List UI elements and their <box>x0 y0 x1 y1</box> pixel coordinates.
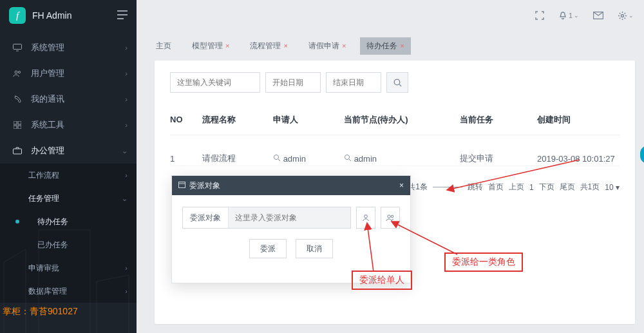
pager-last[interactable]: 尾页 <box>560 182 575 193</box>
svg-rect-15 <box>179 182 185 188</box>
menu-toggle-icon[interactable] <box>117 10 128 21</box>
pager-pages: 共1页 <box>580 182 600 193</box>
users-icon <box>385 213 395 222</box>
col-no: NO <box>170 115 202 124</box>
svg-point-2 <box>18 71 20 73</box>
close-icon[interactable]: × <box>342 42 346 50</box>
sidebar-item-office[interactable]: 办公管理 ⌄ <box>0 138 137 164</box>
svg-rect-5 <box>14 126 17 129</box>
pager-prev[interactable]: 上页 <box>509 182 524 193</box>
mail-icon[interactable] <box>593 12 603 19</box>
svg-rect-7 <box>14 149 22 154</box>
search-button[interactable] <box>386 72 408 93</box>
svg-point-12 <box>274 155 278 159</box>
user-icon <box>361 213 370 222</box>
bell-icon[interactable]: 1 ⌄ <box>558 11 579 20</box>
modal-actions: 委派 取消 <box>182 229 400 271</box>
sidebar-item-label: 工作流程 <box>28 170 59 181</box>
chevron-right-icon: › <box>125 171 128 179</box>
table-row: 1 请假流程 admin admin 提交申请 2019-03-08 10:01… <box>170 135 620 166</box>
pager-next[interactable]: 下页 <box>539 182 554 193</box>
chevron-down-icon: ⌄ <box>574 12 579 19</box>
brand-bar: f FH Admin <box>0 0 137 31</box>
sidebar-item-label: 用户管理 <box>31 68 64 79</box>
col-node: 当前节点(待办人) <box>344 114 460 126</box>
sidebar-item-label: 任务管理 <box>28 193 59 204</box>
sidebar-item-contacts[interactable]: 我的通讯 › <box>0 86 137 112</box>
svg-point-1 <box>15 71 17 73</box>
tab-process[interactable]: 流程管理× <box>243 37 294 55</box>
tab-label: 模型管理 <box>192 41 223 50</box>
svg-point-8 <box>62 221 67 226</box>
grid-icon <box>12 121 23 129</box>
sidebar-item-users[interactable]: 用户管理 › <box>0 61 137 86</box>
svg-rect-6 <box>18 126 21 129</box>
chevron-right-icon: › <box>125 121 128 129</box>
fullscreen-icon[interactable] <box>535 11 544 20</box>
chevron-down-icon: ⌄ <box>122 147 128 155</box>
tab-label: 流程管理 <box>250 41 281 50</box>
svg-point-17 <box>388 215 390 218</box>
sidebar: f FH Admin 系统管理 › 用户管理 › 我的通讯 › 系统工具 › <box>0 0 137 333</box>
close-icon[interactable]: × <box>399 181 404 190</box>
modal-title: 委派对象 <box>189 180 220 191</box>
pager-jump[interactable]: 跳转 <box>468 182 483 193</box>
brand-title: FH Admin <box>32 10 71 21</box>
start-date-input[interactable] <box>265 72 321 93</box>
end-date-input[interactable] <box>326 72 381 93</box>
sidebar-item-workflow[interactable]: 工作流程 › <box>0 164 137 187</box>
chevron-right-icon: › <box>125 70 128 77</box>
close-icon[interactable]: × <box>400 42 404 50</box>
pager-jump-input[interactable] <box>433 187 462 187</box>
sidebar-item-tools[interactable]: 系统工具 › <box>0 112 137 138</box>
brand-logo: f <box>9 7 26 24</box>
pick-user-button[interactable] <box>356 207 375 229</box>
col-applicant: 申请人 <box>273 114 344 126</box>
cell-flow: 请假流程 <box>202 153 273 164</box>
search-icon <box>344 154 352 162</box>
tab-model[interactable]: 模型管理× <box>185 37 236 55</box>
svg-point-13 <box>345 155 349 159</box>
delegate-input-group: 委派对象 <box>182 207 351 229</box>
modal-header[interactable]: 委派对象 × <box>172 176 410 195</box>
delegate-field-label: 委派对象 <box>183 213 228 224</box>
filters <box>155 61 635 98</box>
tab-todo[interactable]: 待办任务× <box>360 37 410 55</box>
pager: 共1条 跳转 首页 上页 1 下页 尾页 共1页 10 ▾ <box>408 182 620 193</box>
tab-label: 主页 <box>156 41 171 50</box>
monitor-icon <box>12 44 23 52</box>
tab-home[interactable]: 主页 <box>149 37 178 55</box>
svg-rect-0 <box>14 44 22 50</box>
cell-no: 1 <box>170 154 202 164</box>
delegate-confirm-button[interactable]: 委派 <box>249 239 287 258</box>
chevron-right-icon: › <box>125 95 128 103</box>
users-icon <box>12 70 23 77</box>
sidebar-item-system[interactable]: 系统管理 › <box>0 35 137 61</box>
delegate-input[interactable] <box>228 207 350 228</box>
col-task: 当前任务 <box>460 114 537 126</box>
tab-leave[interactable]: 请假申请× <box>302 37 352 55</box>
cell-applicant: admin <box>273 154 344 164</box>
close-icon[interactable]: × <box>225 42 229 50</box>
tab-label: 请假申请 <box>308 41 339 50</box>
table-header: NO 流程名称 申请人 当前节点(待办人) 当前任务 创建时间 操作 <box>170 104 620 135</box>
col-created: 创建时间 <box>537 114 644 126</box>
keyword-input[interactable] <box>170 72 260 93</box>
search-icon <box>273 154 281 162</box>
briefcase-icon <box>12 147 23 155</box>
search-icon <box>393 79 402 87</box>
delegate-cancel-button[interactable]: 取消 <box>296 239 333 258</box>
sidebar-item-label: 系统工具 <box>31 119 64 131</box>
close-icon[interactable]: × <box>283 42 287 50</box>
pager-size[interactable]: 10 ▾ <box>605 183 620 192</box>
pick-role-button[interactable] <box>381 207 400 229</box>
pager-first[interactable]: 首页 <box>488 182 504 193</box>
sidebar-item-label: 办公管理 <box>31 145 64 157</box>
settings-icon[interactable]: ⌄ <box>618 11 634 21</box>
watermark: 掌柜：青苔901027 <box>3 306 78 318</box>
topbar: 1 ⌄ ⌄ <box>137 0 644 31</box>
svg-rect-3 <box>14 121 17 124</box>
task-table: NO 流程名称 申请人 当前节点(待办人) 当前任务 创建时间 操作 1 请假流… <box>155 98 635 166</box>
svg-point-10 <box>621 14 624 17</box>
cell-node: admin <box>344 154 460 164</box>
